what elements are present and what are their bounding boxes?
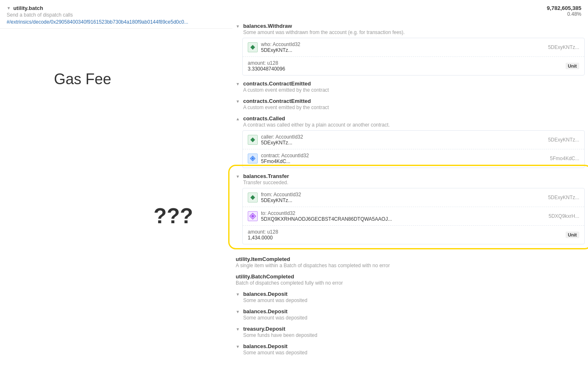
utility-batch-subtitle: Send a batch of dispatch calls	[7, 12, 188, 18]
event-title-withdraw: balances.Withdraw	[243, 23, 405, 29]
utility-batch-title: ▼ utility.batch	[7, 5, 188, 11]
event-desc-deposit2: Some amount was deposited	[243, 315, 307, 321]
svg-rect-4	[250, 195, 255, 200]
balance-value: 9,782,605,385	[547, 5, 581, 11]
caller-label: caller: AccountId32	[261, 134, 303, 140]
withdraw-amount-row: amount: u128 3.330048740096 Unit	[243, 57, 584, 75]
withdraw-who-row: who: AccountId32 5DExyKNTz... 5DExyKNTz.…	[243, 38, 584, 57]
event-balances-deposit-2: ▼ balances.Deposit Some amount was depos…	[236, 305, 585, 322]
transfer-from-row: from: AccountId32 5DExyKNTz... 5DExyKNTz…	[243, 188, 584, 207]
transfer-card: from: AccountId32 5DExyKNTz... 5DExyKNTz…	[242, 188, 585, 244]
event-treasury-deposit: ▼ treasury.Deposit Some funds have been …	[236, 322, 585, 339]
contract-value-right: 5Fmo4KdC...	[550, 156, 579, 161]
event-desc-batch-completed: Batch of dispatches completed fully with…	[236, 280, 343, 286]
contract-row: contract: AccountId32 5Fmo4KdC... 5Fmo4K…	[243, 149, 584, 168]
event-desc-item-completed: A single item within a Batch of dispatch…	[236, 263, 390, 268]
event-balances-deposit-1: ▼ balances.Deposit Some amount was depos…	[236, 288, 585, 304]
caller-value: 5DExyKNTz...	[261, 140, 303, 146]
event-utility-item-completed: utility.ItemCompleted A single item with…	[236, 253, 585, 269]
event-desc-deposit1: Some amount was deposited	[243, 297, 307, 303]
who-label: who: AccountId32	[261, 41, 300, 47]
collapse-btn-treasury[interactable]: ▼	[236, 327, 240, 332]
amount-label-withdraw: amount: u128	[248, 60, 285, 66]
to-label: to: AccountId32	[261, 210, 392, 216]
to-value-right: 5DXQ9kxrH...	[549, 213, 579, 219]
event-title-deposit1: balances.Deposit	[243, 291, 307, 297]
gas-fee-label: Gas Fee	[54, 71, 111, 88]
contract-value: 5Fmo4KdC...	[261, 158, 309, 164]
collapse-btn-emitted1[interactable]: ▼	[236, 82, 240, 86]
collapse-btn-called[interactable]: ▲	[236, 117, 240, 121]
collapse-btn-deposit2[interactable]: ▼	[236, 310, 240, 314]
event-desc-deposit3: Some amount was deposited	[243, 350, 307, 356]
from-value-right: 5DExyKNTz...	[548, 195, 579, 200]
balance-percent: 0.48%	[547, 11, 581, 17]
collapse-btn-emitted2[interactable]: ▼	[236, 99, 240, 104]
extrinsic-link[interactable]: #/extrinsics/decode/0x29058400340f916152…	[7, 19, 188, 25]
event-title-transfer: balances.Transfer	[243, 173, 289, 179]
collapse-btn-withdraw[interactable]: ▼	[236, 24, 240, 29]
event-title-called: contracts.Called	[243, 115, 390, 122]
event-desc-transfer: Transfer succeeded.	[243, 180, 289, 185]
withdraw-card: who: AccountId32 5DExyKNTz... 5DExyKNTz.…	[242, 38, 585, 76]
to-icon	[248, 211, 258, 221]
event-balances-deposit-3: ▼ balances.Deposit Some amount was depos…	[236, 340, 585, 356]
who-icon	[248, 42, 258, 52]
event-title-emitted2: contracts.ContractEmitted	[243, 98, 329, 104]
event-contract-emitted-2: ▼ contracts.ContractEmitted A custom eve…	[236, 95, 585, 111]
transfer-to-row: to: AccountId32 5DXQ9KXRHNAODJ6GECBST4CR…	[243, 207, 584, 226]
event-desc-emitted1: A custom event emitted by the contract	[243, 87, 329, 93]
unit-badge-withdraw: Unit	[566, 63, 579, 69]
top-right-balance: 9,782,605,385 0.48%	[236, 0, 585, 20]
transfer-amount-value: 1,434.0000	[248, 235, 278, 241]
who-value: 5DExyKNTz...	[261, 47, 300, 53]
svg-rect-0	[250, 45, 255, 49]
event-desc-called: A contract was called either by a plain …	[243, 122, 390, 128]
event-utility-batch-completed: utility.BatchCompleted Batch of dispatch…	[236, 270, 585, 287]
question-marks-label: ???	[154, 203, 193, 228]
contract-icon	[248, 154, 258, 163]
utility-batch-header: ▼ utility.batch Send a batch of dispatch…	[0, 0, 232, 29]
caller-value-right: 5DExyKNTz...	[548, 137, 579, 143]
event-contracts-called: ▲ contracts.Called A contract was called…	[236, 112, 585, 168]
unit-badge-transfer: Unit	[566, 232, 579, 238]
svg-rect-6	[251, 215, 254, 218]
right-panel: 9,782,605,385 0.48% ▼ balances.Withdraw …	[232, 0, 588, 366]
event-balances-transfer: ▼ balances.Transfer Transfer succeeded.	[236, 170, 585, 244]
event-title-emitted1: contracts.ContractEmitted	[243, 80, 329, 87]
caller-row: caller: AccountId32 5DExyKNTz... 5DExyKN…	[243, 131, 584, 149]
from-icon	[248, 193, 258, 202]
event-desc-emitted2: A custom event emitted by the contract	[243, 105, 329, 110]
from-value: 5DExyKNTz...	[261, 197, 301, 203]
collapse-btn-deposit3[interactable]: ▼	[236, 344, 240, 349]
who-value-right: 5DExyKNTz...	[548, 44, 579, 50]
event-balances-withdraw: ▼ balances.Withdraw Some amount was with…	[236, 20, 585, 76]
event-title-item-completed: utility.ItemCompleted	[236, 256, 390, 262]
event-contract-emitted-1: ▼ contracts.ContractEmitted A custom eve…	[236, 77, 585, 94]
contract-label: contract: AccountId32	[261, 153, 309, 158]
collapse-btn-deposit1[interactable]: ▼	[236, 292, 240, 297]
svg-rect-1	[250, 137, 255, 142]
caller-icon	[248, 135, 258, 145]
chevron-down-icon: ▼	[7, 6, 11, 10]
event-desc-withdraw: Some amount was withdrawn from the accou…	[243, 29, 405, 35]
event-title-deposit2: balances.Deposit	[243, 308, 307, 314]
left-panel: ▼ utility.batch Send a batch of dispatch…	[0, 0, 232, 29]
transfer-amount-row: amount: u128 1,434.0000 Unit	[243, 226, 584, 244]
amount-value-withdraw: 3.330048740096	[248, 66, 285, 72]
to-value: 5DXQ9KXRHNAODJ6GECBST4CRAN86DTQWA5AAOJ..…	[261, 216, 392, 222]
events-list: ▼ balances.Withdraw Some amount was with…	[236, 20, 585, 366]
called-card: caller: AccountId32 5DExyKNTz... 5DExyKN…	[242, 130, 585, 168]
transfer-amount-label: amount: u128	[248, 229, 278, 235]
from-label: from: AccountId32	[261, 192, 301, 197]
event-desc-treasury-deposit: Some funds have been deposited	[243, 332, 317, 338]
event-title-deposit3: balances.Deposit	[243, 343, 307, 349]
event-title-batch-completed: utility.BatchCompleted	[236, 273, 343, 280]
event-title-treasury-deposit: treasury.Deposit	[243, 326, 317, 332]
collapse-btn-transfer[interactable]: ▼	[236, 174, 240, 179]
